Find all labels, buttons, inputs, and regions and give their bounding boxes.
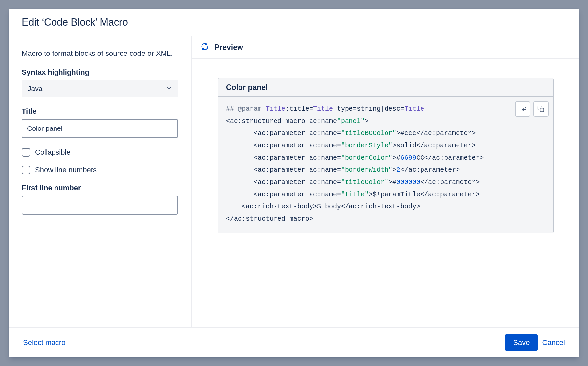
code-token: @param xyxy=(238,105,262,113)
collapsible-checkbox[interactable] xyxy=(22,148,30,157)
preview-pane: Preview Color panel ## @param Title:titl… xyxy=(192,36,579,327)
macro-edit-dialog: Edit ‘Code Block’ Macro Macro to format … xyxy=(9,9,579,357)
code-token xyxy=(226,142,254,149)
code-token: </ac:structured macro> xyxy=(226,215,313,223)
dialog-body: Macro to format blocks of source-code or… xyxy=(9,36,579,327)
code-token: :title= xyxy=(285,105,313,113)
code-token: "panel" xyxy=(337,117,365,125)
collapsible-row: Collapsible xyxy=(22,148,178,157)
cancel-button[interactable]: Cancel xyxy=(541,336,566,349)
code-token: <ac:parameter ac:name= xyxy=(254,178,341,186)
line-numbers-checkbox[interactable] xyxy=(22,166,30,174)
code-token: <ac:parameter ac:name= xyxy=(254,129,341,137)
preview-header: Preview xyxy=(192,36,579,59)
svg-rect-1 xyxy=(540,108,544,112)
first-line-input[interactable] xyxy=(22,196,178,215)
preview-title: Preview xyxy=(214,43,243,52)
title-field-group: Title xyxy=(22,107,178,138)
code-token: >#ccc</ac:parameter> xyxy=(396,129,476,137)
code-token: <ac:structured macro ac:name xyxy=(226,117,337,125)
dialog-title: Edit ‘Code Block’ Macro xyxy=(22,17,566,28)
macro-description: Macro to format blocks of source-code or… xyxy=(22,48,178,59)
code-token xyxy=(226,203,242,210)
code-token: "titleBGColor" xyxy=(341,129,396,137)
macro-config-sidebar: Macro to format blocks of source-code or… xyxy=(9,36,192,327)
code-token: CC</ac:parameter> xyxy=(416,154,484,162)
code-token: 2 xyxy=(396,166,400,174)
line-numbers-label: Show line numbers xyxy=(35,166,97,174)
code-token: 000000 xyxy=(396,178,420,186)
first-line-label: First line number xyxy=(22,184,178,192)
dialog-footer: Select macro Save Cancel xyxy=(9,327,579,357)
code-token xyxy=(226,129,254,137)
code-token xyxy=(262,105,266,113)
code-token: > xyxy=(365,117,369,125)
code-token: <ac:parameter ac:name= xyxy=(254,166,341,174)
code-token: "borderColor" xyxy=(341,154,392,162)
line-numbers-row: Show line numbers xyxy=(22,166,178,174)
chevron-down-icon xyxy=(166,85,172,92)
syntax-select[interactable]: Java xyxy=(22,80,178,97)
code-token xyxy=(226,154,254,162)
code-token xyxy=(226,166,254,174)
copy-button[interactable] xyxy=(533,101,549,117)
code-token: <ac:parameter ac:name= xyxy=(254,142,341,149)
code-panel: Color panel ## @param Title:title=Title|… xyxy=(218,78,554,233)
code-token: Title xyxy=(404,105,424,113)
code-token: > xyxy=(392,166,396,174)
code-token: "titleColor" xyxy=(341,178,388,186)
syntax-field-group: Syntax highlighting Java xyxy=(22,68,178,97)
code-panel-body: ## @param Title:title=Title|type=string|… xyxy=(218,97,553,233)
dialog-header: Edit ‘Code Block’ Macro xyxy=(9,9,579,36)
title-label: Title xyxy=(22,107,178,116)
syntax-select-value: Java xyxy=(28,85,42,92)
collapsible-label: Collapsible xyxy=(35,148,71,157)
select-macro-link[interactable]: Select macro xyxy=(22,336,67,349)
footer-actions: Save Cancel xyxy=(505,334,566,351)
code-actions xyxy=(515,101,549,117)
code-token xyxy=(226,178,254,186)
wrap-lines-button[interactable] xyxy=(515,101,530,117)
refresh-icon[interactable] xyxy=(201,42,209,52)
code-token: >solid</ac:parameter> xyxy=(392,142,476,149)
code-token: <ac:rich-text-body>$!body</ac:rich-text-… xyxy=(242,203,420,210)
code-token: "borderWidth" xyxy=(341,166,392,174)
code-token: 6699 xyxy=(400,154,416,162)
code-token: ># xyxy=(392,154,400,162)
code-token: </ac:parameter> xyxy=(420,178,480,186)
code-token: Title xyxy=(313,105,333,113)
code-token: "title" xyxy=(341,191,369,198)
preview-body: Color panel ## @param Title:title=Title|… xyxy=(192,59,579,327)
code-token: <ac:parameter ac:name= xyxy=(254,191,341,198)
first-line-field-group: First line number xyxy=(22,184,178,215)
code-token xyxy=(226,191,254,198)
code-token: |type=string|desc= xyxy=(333,105,404,113)
code-token: "borderStyle" xyxy=(341,142,392,149)
code-panel-title: Color panel xyxy=(218,78,553,97)
code-token: Title xyxy=(266,105,285,113)
code-token: >$!paramTitle</ac:parameter> xyxy=(369,191,480,198)
save-button[interactable]: Save xyxy=(505,334,537,351)
syntax-label: Syntax highlighting xyxy=(22,68,178,77)
title-input[interactable] xyxy=(22,119,178,138)
code-token: ## xyxy=(226,105,238,113)
code-token: ># xyxy=(388,178,396,186)
code-token: </ac:parameter> xyxy=(400,166,460,174)
code-token: <ac:parameter ac:name= xyxy=(254,154,341,162)
